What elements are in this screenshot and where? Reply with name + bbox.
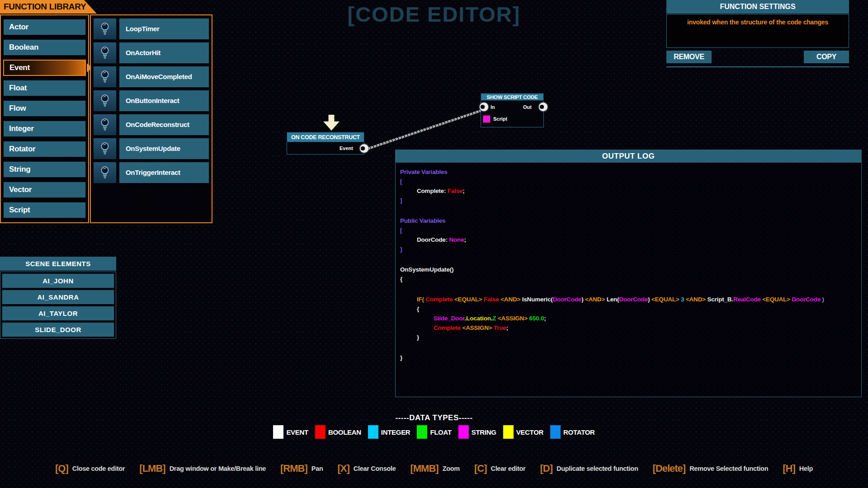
output-log-panel: OUTPUT LOG Private Variables[Complete: F… (395, 150, 862, 397)
category-script[interactable]: Script (3, 202, 86, 218)
lightbulb-icon (93, 138, 117, 160)
category-float[interactable]: Float (3, 80, 86, 96)
data-type-label: ROTATOR (563, 428, 595, 436)
in-input-pin[interactable] (480, 103, 488, 111)
function-name[interactable]: OnActorHit (119, 42, 209, 64)
function-name[interactable]: OnButtonInteract (119, 90, 209, 112)
shortcut-mmb: [MMB]Zoom (410, 463, 459, 474)
function-row-onsystemupdate[interactable]: OnSystemUpdate (93, 138, 209, 160)
scene-elements-list: AI_JOHNAI_SANDRAAI_TAYLORSLIDE_DOOR (0, 272, 116, 339)
copy-button[interactable]: COPY (804, 51, 849, 63)
shortcut-label: Zoom (443, 465, 460, 472)
data-type-integer: INTEGER (368, 425, 410, 439)
data-type-label: EVENT (286, 428, 308, 436)
category-integer[interactable]: Integer (3, 121, 86, 137)
event-output-pin[interactable] (360, 144, 368, 153)
node-title[interactable]: SHOW SCRIPT CODE (481, 93, 544, 101)
data-type-label: BOOLEAN (328, 428, 361, 436)
float-swatch (417, 425, 427, 439)
data-types-row: EVENTBOOLEANINTEGERFLOATSTRINGVECTORROTA… (0, 425, 868, 439)
pin-label-event: Event (340, 145, 353, 151)
function-list: LoopTimerOnActorHitOnAiMoveCompletedOnBu… (90, 14, 212, 223)
event-swatch (273, 425, 283, 439)
code-line: ] (399, 244, 858, 254)
shortcut-key: [RMB] (280, 463, 307, 474)
data-types-title: -----DATA TYPES----- (0, 413, 868, 422)
shortcut-label: Clear editor (491, 465, 525, 472)
node-on-code-reconstruct[interactable]: ON CODE RECONSTRUCT Event (287, 132, 364, 155)
lightbulb-icon (93, 66, 117, 88)
category-list: ActorBooleanEventFloatFlowIntegerRotator… (0, 14, 89, 223)
out-output-pin[interactable] (539, 103, 547, 111)
shortcut-label: Help (799, 465, 813, 472)
shortcut-label: Drag window or Make/Break line (170, 465, 266, 472)
category-boolean[interactable]: Boolean (3, 39, 86, 56)
node-title[interactable]: ON CODE RECONSTRUCT (287, 132, 364, 142)
shortcut-lmb: [LMB]Drag window or Make/Break line (139, 463, 266, 474)
category-rotator[interactable]: Rotator (3, 141, 86, 157)
shortcut-label: Clear Console (354, 465, 396, 472)
function-row-onaimovecompleted[interactable]: OnAiMoveCompleted (93, 66, 209, 88)
vector-swatch (503, 425, 514, 439)
code-line: } (399, 333, 858, 342)
shortcut-rmb: [RMB]Pan (280, 463, 323, 474)
pin-label-in: In (491, 104, 495, 110)
lightbulb-icon (93, 18, 117, 40)
function-settings-header: FUNCTION SETTINGS (666, 0, 849, 14)
shortcut-label: Close code editor (72, 465, 125, 472)
function-row-ontriggerinteract[interactable]: OnTriggerInteract (93, 162, 209, 183)
shortcut-key: [MMB] (410, 463, 438, 474)
function-name[interactable]: LoopTimer (119, 18, 209, 40)
shortcut-d: [D]Duplicate selected function (540, 463, 638, 474)
category-event[interactable]: Event (3, 60, 86, 76)
code-line: } (399, 353, 858, 362)
remove-button[interactable]: REMOVE (666, 51, 712, 63)
script-input-pin[interactable] (483, 116, 490, 122)
function-name[interactable]: OnCodeReconstruct (119, 114, 209, 136)
code-line: Slide_Door.Location.Z <ASSIGN> 650.0; (399, 314, 858, 323)
function-row-oncodereconstruct[interactable]: OnCodeReconstruct (93, 114, 209, 136)
scene-elements-panel: SCENE ELEMENTS AI_JOHNAI_SANDRAAI_TAYLOR… (0, 257, 116, 339)
shortcut-x: [X]Clear Console (338, 463, 396, 474)
function-name[interactable]: OnAiMoveCompleted (119, 66, 209, 88)
lightbulb-icon (93, 114, 117, 136)
function-row-onactorhit[interactable]: OnActorHit (93, 42, 209, 64)
function-name[interactable]: OnTriggerInteract (119, 162, 209, 183)
code-line: DoorCode: None; (399, 235, 858, 244)
shortcut-c: [C]Clear editor (474, 463, 526, 474)
scene-element-ai_taylor[interactable]: AI_TAYLOR (2, 306, 114, 321)
output-log-header: OUTPUT LOG (395, 150, 862, 163)
code-line: ] (399, 196, 858, 205)
shortcut-key: [LMB] (139, 463, 165, 474)
node-show-script-code[interactable]: SHOW SCRIPT CODE In Out Script (481, 93, 544, 127)
scene-element-ai_sandra[interactable]: AI_SANDRA (2, 290, 114, 305)
shortcut-key: [X] (338, 463, 349, 474)
data-type-boolean: BOOLEAN (315, 425, 361, 439)
scene-element-slide_door[interactable]: SLIDE_DOOR (2, 322, 114, 337)
code-line: Public Variables (399, 216, 858, 225)
code-line: { (399, 274, 858, 284)
data-type-label: INTEGER (381, 428, 410, 436)
code-line: [ (399, 177, 858, 186)
scene-element-ai_john[interactable]: AI_JOHN (2, 273, 114, 288)
shortcut-label: Pan (311, 465, 323, 472)
pin-label-script: Script (493, 116, 507, 122)
category-string[interactable]: String (3, 161, 86, 178)
data-type-event: EVENT (273, 425, 308, 439)
boolean-swatch (315, 425, 326, 439)
node-connection-wire[interactable]: »»»»»»»»»»»»»»»»»»»»»»»»»»»»»»»»»»»»»»»» (366, 106, 486, 152)
code-line: Complete <ASSIGN> True; (399, 323, 858, 333)
function-name[interactable]: OnSystemUpdate (119, 138, 209, 160)
shortcut-q: [Q]Close code editor (55, 463, 125, 474)
data-type-label: STRING (472, 428, 496, 436)
data-type-label: VECTOR (516, 428, 543, 436)
function-row-onbuttoninteract[interactable]: OnButtonInteract (93, 90, 209, 112)
code-line: Complete: False; (399, 186, 858, 196)
category-flow[interactable]: Flow (3, 100, 86, 117)
pin-label-out: Out (523, 104, 532, 110)
category-vector[interactable]: Vector (3, 182, 86, 198)
code-line: [ (399, 225, 858, 235)
data-type-rotator: ROTATOR (550, 425, 595, 439)
category-actor[interactable]: Actor (3, 19, 86, 35)
function-row-looptimer[interactable]: LoopTimer (93, 18, 209, 40)
